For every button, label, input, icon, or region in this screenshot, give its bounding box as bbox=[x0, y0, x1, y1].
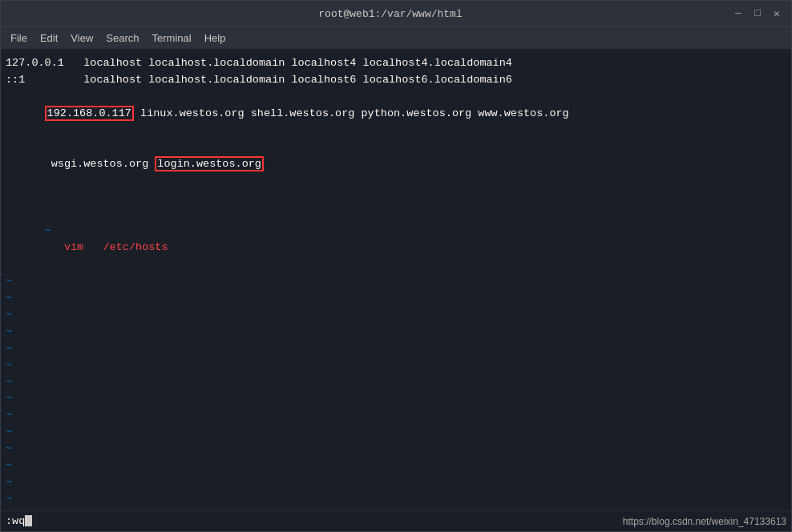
menu-terminal[interactable]: Terminal bbox=[146, 30, 198, 46]
tilde-8: ~ bbox=[6, 374, 786, 391]
tilde-4: ~ bbox=[6, 307, 786, 324]
tilde-lines: ~ ~ ~ ~ ~ ~ ~ ~ ~ ~ ~ ~ ~ ~ ~ ~ ~ ~ bbox=[6, 273, 786, 510]
terminal-body: 127.0.0.1 localhost localhost.localdomai… bbox=[1, 49, 791, 510]
vim-command-text: vim /etc/hosts bbox=[45, 241, 168, 253]
tilde-14: ~ bbox=[6, 474, 786, 491]
menu-help[interactable]: Help bbox=[198, 30, 232, 46]
hosts-line-4: wsgi.westos.org login.westos.org bbox=[6, 139, 786, 190]
tilde-15: ~ bbox=[6, 491, 786, 508]
hosts-line-3-rest: linux.westos.org shell.westos.org python… bbox=[134, 107, 569, 119]
hosts-line-2: ::1 localhost localhost.localdomain loca… bbox=[6, 72, 786, 89]
maximize-button[interactable]: □ bbox=[751, 7, 764, 20]
command-input[interactable]: :wq bbox=[6, 515, 32, 527]
tilde-13: ~ bbox=[6, 457, 786, 474]
menu-search[interactable]: Search bbox=[99, 30, 145, 46]
window-controls: — □ ✕ bbox=[732, 7, 783, 20]
tilde-vim: ~ bbox=[45, 224, 51, 236]
tilde-5: ~ bbox=[6, 324, 786, 341]
minimize-button[interactable]: — bbox=[732, 7, 745, 20]
menu-file[interactable]: File bbox=[4, 30, 34, 46]
ip-address-highlight: 192.168.0.117 bbox=[45, 106, 134, 121]
close-button[interactable]: ✕ bbox=[770, 7, 783, 20]
tilde-11: ~ bbox=[6, 424, 786, 441]
tilde-2: ~ bbox=[6, 273, 786, 290]
vim-command-line: ~ vim /etc/hosts bbox=[6, 206, 786, 273]
blank-line-1 bbox=[6, 189, 786, 206]
menu-edit[interactable]: Edit bbox=[34, 30, 64, 46]
command-text: :wq bbox=[6, 515, 25, 527]
tilde-10: ~ bbox=[6, 407, 786, 424]
hosts-line-1: 127.0.0.1 localhost localhost.localdomai… bbox=[6, 55, 786, 72]
tilde-9: ~ bbox=[6, 390, 786, 407]
menu-view[interactable]: View bbox=[64, 30, 99, 46]
tilde-3: ~ bbox=[6, 290, 786, 307]
tilde-6: ~ bbox=[6, 341, 786, 357]
url-label: https://blog.csdn.net/weixin_47133613 bbox=[623, 516, 786, 527]
login-domain-highlight: login.westos.org bbox=[155, 156, 264, 171]
hosts-line-3: 192.168.0.117 linux.westos.org shell.wes… bbox=[6, 89, 786, 139]
status-bar: :wq https://blog.csdn.net/weixin_4713361… bbox=[1, 510, 791, 531]
cursor bbox=[25, 515, 32, 526]
tilde-7: ~ bbox=[6, 357, 786, 374]
tilde-16: ~ bbox=[6, 508, 786, 510]
window-title: root@web1:/var/www/html bbox=[49, 8, 732, 20]
terminal-window: root@web1:/var/www/html — □ ✕ File Edit … bbox=[0, 0, 792, 532]
hosts-line-4-pre: wsgi.westos.org bbox=[45, 158, 156, 170]
tilde-12: ~ bbox=[6, 441, 786, 457]
menu-bar: File Edit View Search Terminal Help bbox=[1, 26, 791, 49]
title-bar: root@web1:/var/www/html — □ ✕ bbox=[1, 1, 791, 26]
